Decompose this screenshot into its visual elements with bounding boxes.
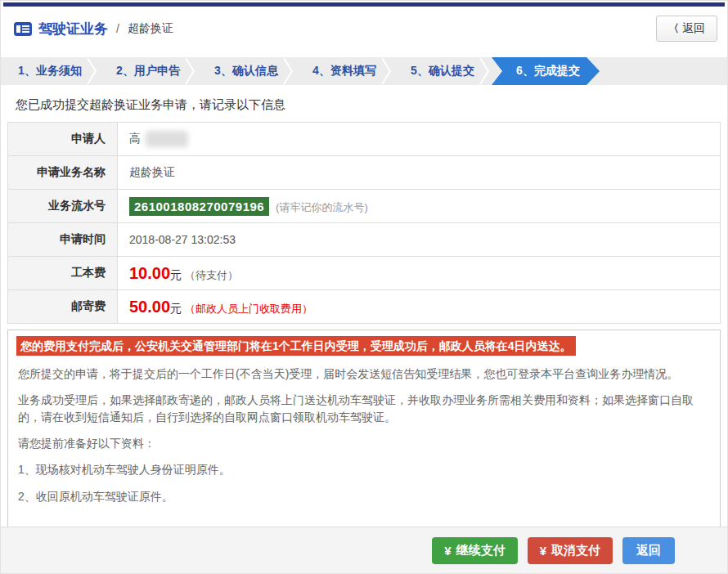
apply-time-value: 2018-08-27 13:02:53 — [118, 223, 721, 257]
row-label: 业务流水号 — [8, 190, 118, 223]
chevron-left-icon: 〈 — [668, 21, 679, 36]
header-back-button[interactable]: 〈 返回 — [656, 16, 717, 42]
table-row-business-name: 申请业务名称 超龄换证 — [8, 156, 721, 190]
step-separator-chevron-icon — [479, 57, 490, 85]
notice-paragraph: 请您提前准备好以下资料： — [18, 435, 710, 451]
success-message: 您已成功提交超龄换证业务申请，请记录以下信息 — [16, 97, 721, 113]
notice-paragraph: 业务成功受理后，如果选择邮政寄递的，邮政人员将上门送达机动车驾驶证，并收取办理业… — [18, 392, 710, 425]
notice-panel: 您的费用支付完成后，公安机关交通管理部门将在1个工作日内受理，受理成功后，邮政人… — [7, 330, 721, 558]
step-tab-label: 2、用户申告 — [116, 64, 180, 78]
step-tab-4: 4、资料填写 — [295, 57, 393, 85]
license-service-page: 驾驶证业务 / 超龄换证 〈 返回 1、业务须知 2、用户申告 3、确认信息 4… — [0, 0, 728, 574]
page-title: 驾驶证业务 — [38, 20, 108, 38]
step-separator-chevron-icon — [380, 57, 392, 85]
yen-icon: ¥ — [444, 544, 451, 558]
step-tab-label: 3、确认信息 — [214, 64, 278, 78]
payment-warning-banner: 您的费用支付完成后，公安机关交通管理部门将在1个工作日内受理，受理成功后，邮政人… — [16, 336, 576, 356]
table-row-postage-fee: 邮寄费 50.00元 （邮政人员上门收取费用） — [8, 290, 721, 324]
continue-payment-label: 继续支付 — [456, 543, 506, 558]
breadcrumb-separator: / — [116, 22, 119, 35]
serial-number-badge: 261001808270079196 — [129, 197, 269, 216]
result-content: 您已成功提交超龄换证业务申请，请记录以下信息 申请人 高 申请业务名称 超龄换证… — [1, 97, 727, 558]
application-info-table: 申请人 高 申请业务名称 超龄换证 业务流水号 2610018082700791… — [7, 122, 721, 324]
postage-fee-cell: 50.00元 （邮政人员上门收取费用） — [118, 290, 721, 324]
applicant-name-redacted — [146, 131, 188, 147]
table-row-production-fee: 工本费 10.00元 （待支付） — [8, 257, 721, 290]
production-fee-amount: 10.00 — [129, 264, 170, 282]
license-list-icon — [14, 22, 32, 36]
breadcrumb: 驾驶证业务 / 超龄换证 — [14, 20, 173, 38]
production-fee-note: （待支付） — [185, 269, 238, 281]
table-row-applicant: 申请人 高 — [8, 123, 721, 156]
notice-list-item: 1、现场核对机动车驾驶人身份证明原件。 — [18, 461, 710, 478]
header-back-label: 返回 — [682, 21, 705, 36]
step-tab-1: 1、业务须知 — [1, 57, 99, 85]
breadcrumb-current: 超龄换证 — [128, 21, 173, 36]
yen-icon: ¥ — [540, 544, 546, 558]
action-footer: ¥ 继续支付 ¥ 取消支付 返回 — [1, 527, 727, 573]
production-fee-cell: 10.00元 （待支付） — [118, 257, 721, 290]
step-progress-bar: 1、业务须知 2、用户申告 3、确认信息 4、资料填写 5、确认提交 6、完成提… — [1, 57, 727, 85]
notice-list-item: 2、收回原机动车驾驶证原件。 — [18, 488, 710, 504]
page-header: 驾驶证业务 / 超龄换证 〈 返回 — [1, 7, 727, 49]
applicant-surname: 高 — [129, 132, 141, 145]
step-tab-label: 6、完成提交 — [516, 64, 580, 78]
row-label: 工本费 — [8, 257, 118, 290]
business-name-value: 超龄换证 — [118, 156, 721, 190]
notice-paragraph: 您所提交的申请，将于提交后的一个工作日(不含当天)受理，届时会发送短信告知受理结… — [18, 365, 710, 382]
row-label: 申请业务名称 — [8, 156, 118, 190]
step-separator-chevron-icon — [86, 57, 97, 85]
fee-unit: 元 — [170, 302, 182, 315]
step-tab-2: 2、用户申告 — [99, 57, 197, 85]
serial-note: (请牢记你的流水号) — [276, 201, 368, 213]
step-tab-label: 4、资料填写 — [312, 64, 376, 78]
cancel-payment-button[interactable]: ¥ 取消支付 — [528, 537, 613, 564]
table-row-serial: 业务流水号 261001808270079196 (请牢记你的流水号) — [8, 190, 721, 223]
step-tab-label: 1、业务须知 — [18, 64, 82, 78]
footer-back-button[interactable]: 返回 — [622, 537, 675, 564]
step-tab-6-active: 6、完成提交 — [492, 57, 600, 85]
row-label: 申请时间 — [8, 223, 118, 257]
step-tab-3: 3、确认信息 — [197, 57, 295, 85]
footer-back-label: 返回 — [636, 543, 661, 558]
table-row-apply-time: 申请时间 2018-08-27 13:02:53 — [8, 223, 721, 257]
applicant-value: 高 — [118, 123, 721, 156]
row-label: 申请人 — [8, 123, 118, 156]
postage-fee-amount: 50.00 — [129, 298, 170, 316]
step-separator-chevron-icon — [282, 57, 294, 85]
row-label: 邮寄费 — [8, 290, 118, 324]
continue-payment-button[interactable]: ¥ 继续支付 — [432, 537, 517, 564]
cancel-payment-label: 取消支付 — [551, 543, 600, 558]
step-separator-chevron-icon — [184, 57, 195, 85]
fee-unit: 元 — [170, 268, 182, 281]
step-tab-label: 5、确认提交 — [411, 64, 474, 78]
serial-value-cell: 261001808270079196 (请牢记你的流水号) — [118, 190, 721, 223]
step-tab-5: 5、确认提交 — [393, 57, 492, 85]
postage-fee-note: （邮政人员上门收取费用） — [185, 303, 312, 315]
